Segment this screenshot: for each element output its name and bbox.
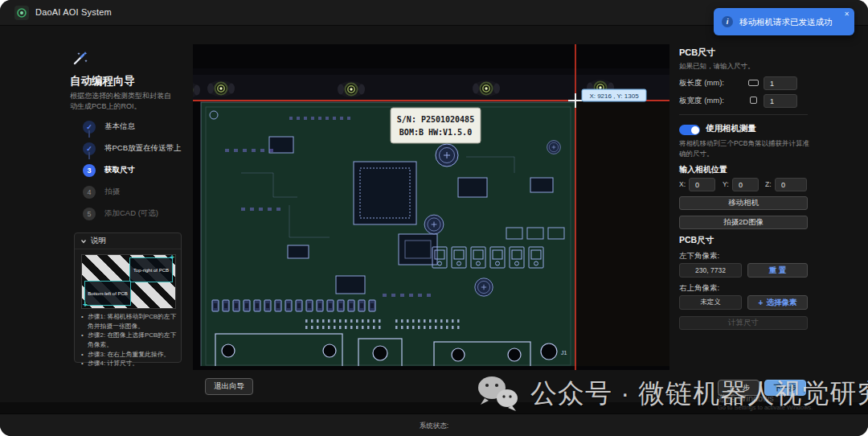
toggle-knob [691,126,699,134]
y-label: Y: [723,180,729,188]
step-label: 获取尺寸 [104,165,135,175]
exit-wizard-button[interactable]: 退出向导 [205,378,253,395]
step-number: 4 [83,186,96,199]
pcb-size-hint: 如果已知，请输入尺寸。 [679,61,755,72]
step-label: 将PCB放置在传送带上 [104,143,182,154]
board-width-icon [750,97,757,104]
pcb-camera-image: J1 S/N: P2501020485 BOM:B HW:V1.5.0 X: 9… [193,44,669,370]
toast-close-icon[interactable]: ✕ [844,10,850,18]
camera-position-heading: 输入相机位置 [679,164,727,175]
app-window: DaoAI AOI System i 移动相机请求已发送成功 ✕ 自动编程向导 … [0,0,868,436]
instruction-step: 步骤4: 计算尺寸。 [81,359,178,368]
select-pixel-button[interactable]: + 选择像素 [747,295,808,310]
corner-selection-diagram: Top-right of PCB + Bottom-left of PCB + [81,254,176,309]
windows-activation-watermark: 激活 Windows Go to Settings to activate Wi… [718,393,813,411]
wizard-step-get-dimensions[interactable]: 3 获取尺寸 [83,159,135,181]
use-camera-description: 将相机移动到三个PCB角落以捕获并计算准确的尺寸。 [679,138,809,159]
camera-x-input[interactable] [689,178,715,191]
capture-2d-button[interactable]: 拍摄2D图像 [679,216,808,229]
z-label: Z: [765,180,772,188]
instructions-step-list: 步骤1: 将相机移动到PCB的左下角并拍摄一张图像。 步骤2: 在图像上选择PC… [81,312,178,368]
instruction-step: 步骤2: 在图像上选择PCB的左下角像素。 [81,331,178,349]
diagram-top-right-box: Top-right of PCB [129,257,173,282]
step-number: 3 [83,164,96,177]
instructions-panel: 说明 Top-right of PCB + Bottom-left of PCB… [74,232,182,363]
board-length-input[interactable] [764,76,797,90]
bottom-left-pixel-label: 左下角像素: [679,251,719,261]
instruction-step: 步骤1: 将相机移动到PCB的左下角并拍摄一张图像。 [81,312,178,331]
instructions-title: 说明 [91,236,106,246]
step-label: 添加CAD (可选) [104,208,158,219]
board-width-input[interactable] [764,94,797,108]
pcb-ref-designator: J1 [561,350,567,356]
toast-message: 移动相机请求已发送成功 [739,17,833,28]
board-length-icon [748,80,759,86]
wizard-step-place-pcb[interactable]: ✓ 将PCB放置在传送带上 [83,138,182,159]
step-label: 基本信息 [104,121,135,132]
app-logo-icon [14,6,29,20]
toast-notification: i 移动相机请求已发送成功 ✕ [714,8,854,35]
status-bar: 系统状态: [0,413,868,436]
wizard-title: 自动编程向导 [70,74,135,88]
board-width-label: 板宽度 (mm): [679,96,724,106]
panel-divider [679,114,808,115]
use-camera-toggle[interactable] [679,125,700,135]
top-right-pixel-value: 未定义 [679,295,742,310]
calculate-size-button[interactable]: 计算尺寸 [679,316,808,330]
svg-text:X: 9216 , Y: 1305: X: 9216 , Y: 1305 [589,93,639,100]
bottom-left-pixel-value: 230, 7732 [679,263,742,278]
top-right-pixel-label: 右上角像素: [679,283,719,294]
step-connector [88,130,90,138]
plus-marker-icon: + [170,255,174,260]
instruction-step: 步骤3: 在右上角重复此操作。 [81,350,178,360]
info-icon: i [722,16,733,27]
x-label: X: [679,180,686,188]
pcb-serial-number: S/N: P2501020485 [397,115,474,124]
step-number: 5 [83,208,96,220]
crosshair-plus-icon: + [759,298,764,307]
step-connector [88,152,90,159]
chevron-down-icon [80,238,87,245]
pcb-size-section-heading: PCB尺寸 [679,235,714,246]
use-camera-label: 使用相机测量 [706,123,756,134]
camera-y-input[interactable] [732,178,759,191]
wizard-step-basic-info[interactable]: ✓ 基本信息 [83,116,135,138]
magic-wand-icon [71,50,88,71]
instructions-header[interactable]: 说明 [75,233,181,249]
camera-z-input[interactable] [775,178,807,191]
plus-marker-icon: + [83,302,88,307]
cursor-coordinate-tooltip: X: 9216 , Y: 1305 [582,89,646,101]
wizard-description: 根据您选择的检测类型和封装自动生成PCB上的ROI。 [70,91,178,112]
reset-button[interactable]: 重 置 [747,263,808,278]
step-label: 拍摄 [104,187,120,197]
wizard-step-add-cad[interactable]: 5 添加CAD (可选) [83,203,158,224]
move-camera-button[interactable]: 移动相机 [679,196,808,210]
wizard-step-capture[interactable]: 4 拍摄 [83,181,120,203]
diagram-bottom-left-box: Bottom-left of PCB [84,281,131,306]
pcb-bom-hw-label: BOM:B HW:V1.5.0 [399,128,472,137]
board-length-label: 板长度 (mm): [679,78,724,88]
pcb-size-heading: PCB尺寸 [679,47,715,59]
system-status-label: 系统状态: [0,422,868,431]
app-title: DaoAI AOI System [35,7,112,17]
camera-image-viewer[interactable]: J1 S/N: P2501020485 BOM:B HW:V1.5.0 X: 9… [193,44,669,370]
